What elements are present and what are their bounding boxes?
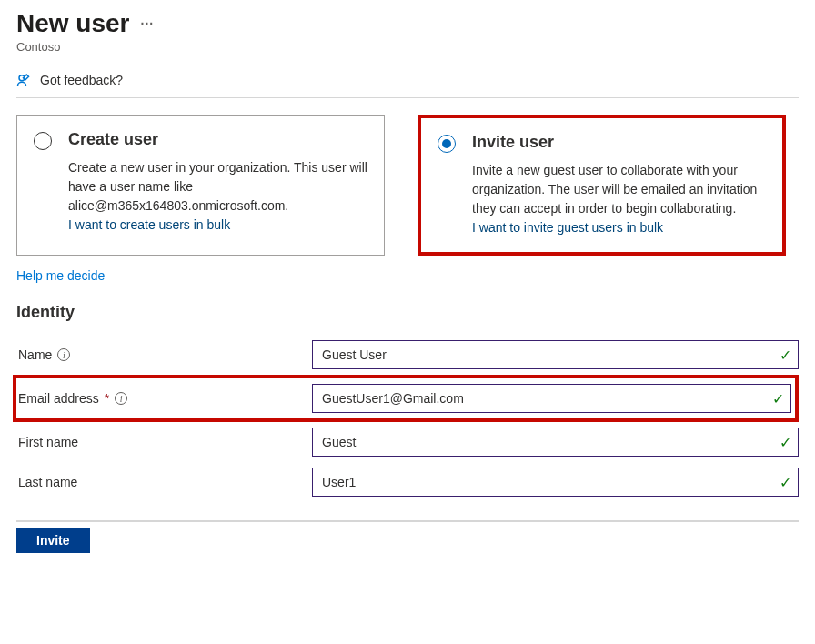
- row-email: Email address * i ✓: [13, 375, 799, 422]
- option-invite-user[interactable]: Invite user Invite a new guest user to c…: [418, 115, 786, 256]
- label-email: Email address: [18, 391, 99, 406]
- check-icon: ✓: [780, 474, 791, 491]
- feedback-label: Got feedback?: [40, 73, 123, 87]
- feedback-bar[interactable]: Got feedback?: [16, 72, 799, 98]
- option-invite-desc: Invite a new guest user to collaborate w…: [472, 161, 766, 237]
- required-star: *: [105, 391, 109, 406]
- page-header: New user ··· Contoso: [16, 9, 799, 54]
- radio-invite-user[interactable]: [438, 135, 456, 153]
- info-icon[interactable]: i: [57, 348, 70, 361]
- option-create-desc: Create a new user in your organization. …: [68, 158, 367, 235]
- option-invite-body: Invite user Invite a new guest user to c…: [472, 133, 766, 237]
- identity-heading: Identity: [16, 303, 799, 322]
- invite-button[interactable]: Invite: [16, 528, 90, 553]
- info-icon[interactable]: i: [115, 392, 127, 405]
- label-first-name: First name: [18, 435, 78, 449]
- option-create-user[interactable]: Create user Create a new user in your or…: [16, 115, 385, 256]
- option-invite-title: Invite user: [472, 133, 766, 152]
- row-first-name: First name ✓: [16, 422, 799, 462]
- tenant-subtitle: Contoso: [16, 40, 799, 54]
- help-decide-link[interactable]: Help me decide: [16, 268, 105, 283]
- radio-create-user[interactable]: [34, 132, 52, 150]
- option-create-body: Create user Create a new user in your or…: [68, 130, 367, 235]
- check-icon: ✓: [780, 434, 791, 451]
- invite-bulk-link[interactable]: I want to invite guest users in bulk: [472, 220, 663, 235]
- user-type-options: Create user Create a new user in your or…: [16, 115, 799, 256]
- check-icon: ✓: [780, 347, 791, 364]
- create-bulk-link[interactable]: I want to create users in bulk: [68, 217, 230, 232]
- footer-bar: Invite: [16, 520, 799, 553]
- option-create-title: Create user: [68, 130, 367, 149]
- row-last-name: Last name ✓: [16, 462, 799, 502]
- input-first-name[interactable]: [312, 428, 799, 457]
- input-last-name[interactable]: [312, 468, 799, 497]
- label-last-name: Last name: [18, 475, 77, 489]
- row-name: Name i ✓: [16, 335, 799, 375]
- feedback-icon: [16, 72, 33, 88]
- check-icon: ✓: [772, 390, 784, 408]
- input-name[interactable]: [312, 340, 799, 369]
- more-actions-button[interactable]: ···: [141, 16, 155, 31]
- label-name: Name: [18, 347, 52, 362]
- input-email[interactable]: [312, 384, 791, 413]
- page-title: New user: [16, 9, 130, 38]
